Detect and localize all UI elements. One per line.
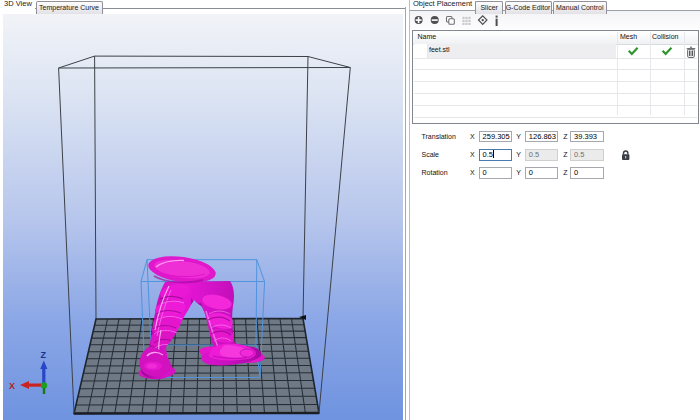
svg-text:X: X: [9, 381, 15, 391]
svg-text:Z: Z: [41, 350, 47, 360]
